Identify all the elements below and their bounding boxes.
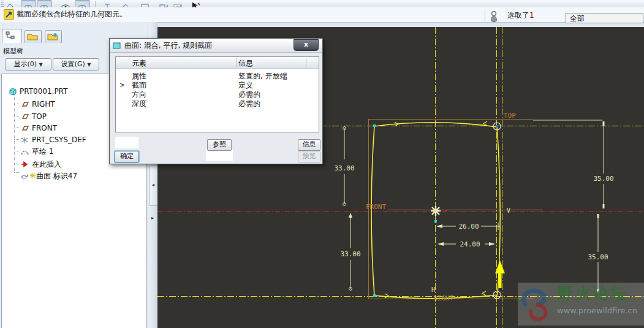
blank-area [206,150,233,161]
select-items-button[interactable] [190,0,201,7]
vertex-point[interactable] [496,125,498,128]
favorite-asterisk-icon [53,33,57,37]
expand-right-icon[interactable]: ▸ [151,215,154,221]
datum-plane-icon [20,101,29,108]
right-datum-label[interactable]: RIGHT [433,294,453,302]
sketcher-tool-button-1[interactable] [102,0,114,7]
tree-item-label: PRT0001.PRT [20,87,67,96]
dimension-value[interactable]: 33.00 [340,250,360,258]
toolbar-grip[interactable] [1,1,4,7]
preview-button[interactable]: 预览 [298,151,320,162]
tree-item-csys[interactable]: PRT_CSYS_DEF [20,135,86,145]
front-datum-label[interactable]: FRONT [366,203,386,211]
watermark-logo-icon [518,283,556,326]
column-header-element: 元素 [132,58,146,69]
vertex-point[interactable] [373,294,376,297]
blank-area [115,137,138,148]
element-info: 必需的 [238,99,260,109]
info-button[interactable]: 信息 [298,139,320,151]
tree-item-label: FRONT [32,124,57,132]
watermark-site-name: 野火论坛 [557,283,628,304]
selected-status: 选取了1 [507,10,534,21]
dimension-value[interactable]: 24.00 [460,240,480,248]
tree-item-surface-feature[interactable]: 曲面 标识47 [20,171,77,181]
element-name: 深度 [132,99,146,109]
tree-connector [14,139,20,140]
dimension-value[interactable]: 35.00 [588,253,608,261]
tree-item-label: RIGHT [32,100,55,109]
tab-favorites[interactable] [45,30,62,43]
sketcher-tool-button-3[interactable] [140,0,152,7]
dimension-right-upper[interactable] [603,121,605,208]
tab-folder-browser[interactable] [25,30,42,43]
sketcher-tool-button-2[interactable] [120,0,132,7]
dimension-value[interactable]: 26.00 [458,223,479,231]
dropdown-arrow-icon: ▼ [39,62,42,67]
selection-filter-dropdown[interactable]: 全部 [566,13,643,23]
dimension-value[interactable]: 33.00 [334,164,354,172]
csys-origin-marker[interactable] [431,206,441,216]
insert-here-arrow-icon [20,161,29,168]
selection-filter-icon[interactable] [489,10,499,24]
tree-item-label: 草绘 1 [32,147,53,157]
column-divider[interactable] [236,58,237,67]
splitter-sash[interactable]: ◂ [149,166,158,206]
tab-model-tree[interactable] [2,29,22,43]
tree-connector [14,172,20,173]
show-menu-button[interactable]: 显示(0) ▼ [5,58,51,71]
selected-count: 1 [529,11,534,20]
datum-point[interactable] [445,210,447,212]
verify-button[interactable] [158,0,170,7]
vertical-ref-label: V [507,207,510,214]
folder-icon [28,34,37,40]
dimension-value[interactable]: 35.00 [593,175,613,183]
table-header: 元素 信息 [116,57,319,69]
status-message: 截面必须包含此特征的几何图元。 [17,9,127,20]
new-feature-asterisk-icon [30,173,36,179]
tree-item-front-plane[interactable]: FRONT [20,123,57,133]
refit-view-button[interactable] [5,0,15,7]
element-table: 元素 信息 属性 竖直的, 开放端 > 截面 定义 方向 必需的 [115,56,319,132]
vertex-point[interactable] [373,124,376,127]
column-divider[interactable] [306,58,306,67]
ok-button[interactable]: 确定 [115,151,139,162]
horizontal-ref-label: H [431,286,435,293]
panel-title: 模型树 [3,47,23,56]
tree-item-sketch[interactable]: 草绘 1 [20,147,53,156]
tree-item-label: 在此插入 [32,159,61,170]
top-datum-label[interactable]: TOP [504,112,516,120]
tree-item-insert-here[interactable]: 在此插入 [20,159,61,169]
tree-connector [14,151,20,151]
dialog-close-button[interactable]: x [294,39,319,51]
selected-label: 选取了 [507,11,529,20]
tree-item-part[interactable]: PRT0001.PRT [8,86,67,96]
curve-direction-chevron [482,291,486,296]
reference-button[interactable]: 参照 [207,139,232,151]
tree-connector [14,128,20,128]
settings-button-label: 设置(G) [61,60,85,68]
datum-plane-icon [20,113,29,120]
column-header-info: 信息 [238,58,253,69]
tree-item-top-plane[interactable]: TOP [20,112,47,121]
pen-icon [198,3,200,5]
analysis-button[interactable] [173,0,184,7]
prompt-icon [4,9,14,20]
close-icon: x [304,40,308,48]
person-body [491,16,497,22]
watermark-site-url: www.proewildfire.cn [557,306,637,315]
watermark: 野火论坛 www.proewildfire.cn [518,283,644,326]
tree-item-label: 曲面 标识47 [36,171,77,181]
dialog-title: 曲面: 混合, 平行, 规则截面 [124,40,212,51]
tree-item-right-plane[interactable]: RIGHT [20,99,55,109]
tree-connector [14,116,20,116]
dropdown-arrow-icon: ▼ [87,62,91,67]
tree-item-label: TOP [32,112,47,121]
dialog-titlebar[interactable]: 曲面: 混合, 平行, 规则截面 [110,39,322,53]
divider [485,9,485,23]
application-window: 截面必须包含此特征的几何图元。 选取了1 全部 模型树 显示(0) ▼ 设置(G… [0,0,644,328]
vertex-point[interactable] [434,220,437,223]
collapse-left-icon: ◂ [152,182,154,188]
show-button-label: 显示(0) [13,60,37,68]
point-display-toggle[interactable] [59,0,73,7]
settings-menu-button[interactable]: 设置(G) ▼ [53,58,99,71]
